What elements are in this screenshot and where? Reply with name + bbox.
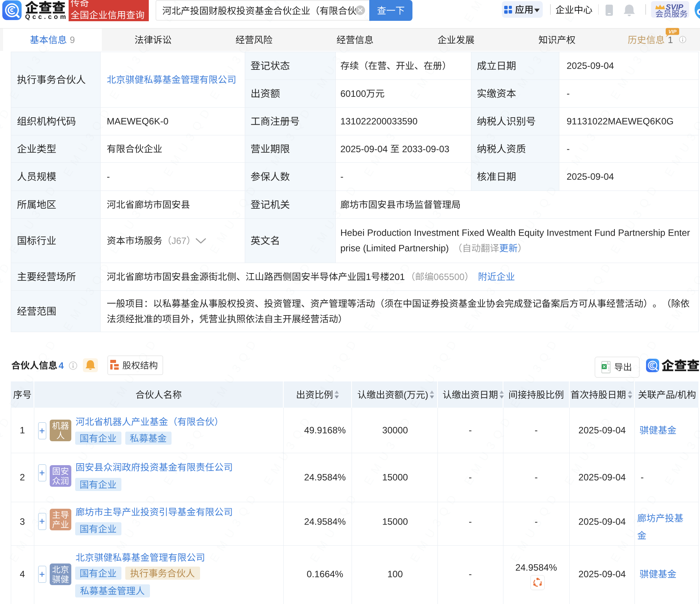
- svg-text:EMU3QD: EMU3QD: [461, 103, 516, 179]
- svg-text:EMU3QD: EMU3QD: [508, 25, 562, 102]
- svg-text:EMU3QD: EMU3QD: [662, 257, 700, 333]
- svg-text:EMU3QD: EMU3QD: [461, 411, 516, 488]
- svg-text:EMU3QD: EMU3QD: [508, 334, 562, 410]
- svg-text:EMU3QD: EMU3QD: [407, 25, 462, 102]
- svg-text:EMU3QD: EMU3QD: [0, 411, 15, 488]
- svg-text:EMU3QD: EMU3QD: [307, 334, 362, 410]
- svg-text:EMU3QD: EMU3QD: [0, 257, 15, 333]
- svg-text:EMU3QD: EMU3QD: [107, 25, 161, 102]
- svg-text:EMU3QD: EMU3QD: [361, 257, 416, 333]
- svg-text:EMU3QD: EMU3QD: [261, 103, 315, 179]
- svg-text:EMU3QD: EMU3QD: [0, 103, 15, 179]
- svg-text:EMU3QD: EMU3QD: [508, 180, 562, 256]
- svg-text:EMU3QD: EMU3QD: [61, 411, 115, 488]
- svg-text:EMU3QD: EMU3QD: [562, 257, 616, 333]
- svg-text:EMU3QD: EMU3QD: [107, 334, 161, 410]
- svg-text:EMU3QD: EMU3QD: [608, 488, 662, 565]
- svg-text:EMU3QD: EMU3QD: [407, 180, 462, 256]
- svg-text:EMU3QD: EMU3QD: [307, 25, 362, 102]
- svg-text:EMU3QD: EMU3QD: [61, 257, 115, 333]
- svg-text:EMU3QD: EMU3QD: [307, 180, 362, 256]
- svg-text:EMU3QD: EMU3QD: [107, 180, 161, 256]
- svg-text:EMU3QD: EMU3QD: [608, 180, 662, 256]
- svg-text:EMU3QD: EMU3QD: [608, 25, 662, 102]
- svg-text:EMU3QD: EMU3QD: [307, 488, 362, 565]
- svg-text:EMU3QD: EMU3QD: [508, 488, 562, 565]
- svg-text:EMU3QD: EMU3QD: [207, 488, 261, 565]
- svg-text:EMU3QD: EMU3QD: [207, 334, 261, 410]
- svg-text:EMU3QD: EMU3QD: [361, 0, 416, 24]
- svg-text:EMU3QD: EMU3QD: [161, 103, 215, 179]
- svg-text:EMU3QD: EMU3QD: [562, 103, 616, 179]
- svg-text:EMU3QD: EMU3QD: [407, 334, 462, 410]
- svg-text:EMU3QD: EMU3QD: [107, 488, 161, 565]
- svg-text:EMU3QD: EMU3QD: [361, 103, 416, 179]
- svg-text:EMU3QD: EMU3QD: [161, 0, 215, 24]
- svg-text:EMU3QD: EMU3QD: [61, 103, 115, 179]
- svg-text:EMU3QD: EMU3QD: [7, 334, 61, 410]
- svg-text:EMU3QD: EMU3QD: [7, 488, 61, 565]
- svg-text:EMU3QD: EMU3QD: [407, 488, 462, 565]
- svg-text:EMU3QD: EMU3QD: [608, 334, 662, 410]
- svg-text:EMU3QD: EMU3QD: [461, 257, 516, 333]
- svg-text:EMU3QD: EMU3QD: [662, 103, 700, 179]
- svg-text:EMU3QD: EMU3QD: [662, 411, 700, 488]
- svg-text:EMU3QD: EMU3QD: [261, 411, 315, 488]
- svg-text:EMU3QD: EMU3QD: [161, 257, 215, 333]
